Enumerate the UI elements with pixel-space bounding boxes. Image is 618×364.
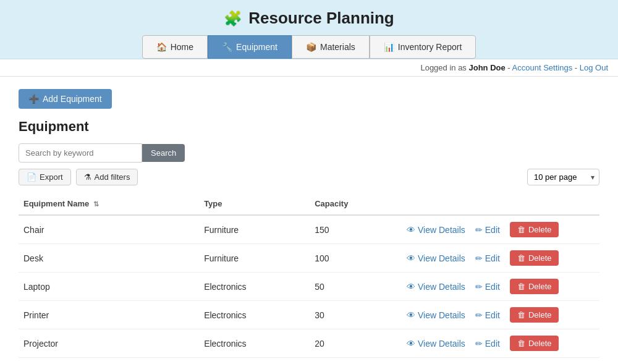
nav-materials-label: Materials <box>320 42 355 52</box>
app-title: 🧩 Resource Planning <box>0 9 618 28</box>
table-row: Projector Electronics 20 👁 View Details … <box>19 329 599 358</box>
export-label: Export <box>40 172 63 182</box>
trash-icon: 🗑 <box>517 339 525 348</box>
edit-link[interactable]: ✏ Edit <box>475 253 500 263</box>
nav-inventory-report[interactable]: 📊 Inventory Report <box>370 35 476 59</box>
toolbar-row: 📄 Export ⚗ Add filters 10 per page 25 pe… <box>19 169 599 185</box>
cell-capacity: 20 <box>310 329 402 358</box>
edit-link[interactable]: ✏ Edit <box>475 310 500 320</box>
table-row: Desk Furniture 100 👁 View Details ✏ Edit… <box>19 244 599 273</box>
view-details-link[interactable]: 👁 View Details <box>407 310 465 320</box>
nav-equipment-label: Equipment <box>236 42 277 52</box>
table-header-row: Equipment Name ⇅ Type Capacity <box>19 193 599 215</box>
edit-icon: ✏ <box>475 225 483 235</box>
main-nav: 🏠 Home 🔧 Equipment 📦 Materials 📊 Invento… <box>0 35 618 59</box>
view-details-link[interactable]: 👁 View Details <box>407 282 465 292</box>
view-details-label: View Details <box>418 253 465 263</box>
equipment-icon: 🔧 <box>222 42 232 52</box>
nav-equipment[interactable]: 🔧 Equipment <box>208 35 292 59</box>
delete-button[interactable]: 🗑 Delete <box>510 307 559 323</box>
eye-icon: 👁 <box>407 253 415 263</box>
edit-icon: ✏ <box>475 253 483 263</box>
sort-icon[interactable]: ⇅ <box>93 200 99 208</box>
cell-actions: 👁 View Details ✏ Edit 🗑 Delete <box>402 301 599 329</box>
log-out-link[interactable]: Log Out <box>580 63 608 72</box>
cell-type: Electronics <box>199 273 310 301</box>
delete-label: Delete <box>528 253 552 263</box>
view-details-label: View Details <box>418 339 465 349</box>
cell-name: Desk <box>19 244 199 273</box>
cell-name: Projector <box>19 329 199 358</box>
cell-actions: 👁 View Details ✏ Edit 🗑 Delete <box>402 273 599 301</box>
delete-label: Delete <box>528 339 552 348</box>
view-details-link[interactable]: 👁 View Details <box>407 253 465 263</box>
equipment-table: Equipment Name ⇅ Type Capacity Chair Fur… <box>19 193 599 358</box>
export-button[interactable]: 📄 Export <box>19 169 71 185</box>
table-row: Laptop Electronics 50 👁 View Details ✏ E… <box>19 273 599 301</box>
delete-button[interactable]: 🗑 Delete <box>510 222 559 237</box>
inventory-report-icon: 📊 <box>384 42 394 52</box>
app-icon: 🧩 <box>224 10 242 27</box>
username: John Doe <box>469 63 506 72</box>
edit-label: Edit <box>485 225 500 235</box>
page-heading: Equipment <box>19 119 599 135</box>
eye-icon: 👁 <box>407 339 415 349</box>
materials-icon: 📦 <box>306 42 316 52</box>
header: 🧩 Resource Planning 🏠 Home 🔧 Equipment 📦… <box>0 0 618 59</box>
col-name: Equipment Name ⇅ <box>19 193 199 215</box>
cell-name: Chair <box>19 215 199 244</box>
delete-label: Delete <box>528 310 552 320</box>
cell-actions: 👁 View Details ✏ Edit 🗑 Delete <box>402 244 599 273</box>
add-filters-button[interactable]: ⚗ Add filters <box>76 169 138 185</box>
toolbar-left: 📄 Export ⚗ Add filters <box>19 169 138 185</box>
edit-icon: ✏ <box>475 310 483 320</box>
cell-actions: 👁 View Details ✏ Edit 🗑 Delete <box>402 329 599 358</box>
cell-type: Furniture <box>199 244 310 273</box>
cell-capacity: 100 <box>310 244 402 273</box>
trash-icon: 🗑 <box>517 310 525 320</box>
trash-icon: 🗑 <box>517 225 525 234</box>
col-name-label: Equipment Name <box>23 199 89 208</box>
edit-label: Edit <box>485 253 500 263</box>
cell-capacity: 30 <box>310 301 402 329</box>
edit-link[interactable]: ✏ Edit <box>475 282 500 292</box>
cell-type: Electronics <box>199 301 310 329</box>
eye-icon: 👁 <box>407 225 415 235</box>
edit-link[interactable]: ✏ Edit <box>475 225 500 235</box>
filter-icon: ⚗ <box>84 172 91 182</box>
cell-type: Furniture <box>199 215 310 244</box>
search-button[interactable]: Search <box>142 144 185 162</box>
edit-icon: ✏ <box>475 339 483 349</box>
edit-icon: ✏ <box>475 282 483 292</box>
delete-label: Delete <box>528 225 552 234</box>
nav-inventory-report-label: Inventory Report <box>398 42 462 52</box>
delete-label: Delete <box>528 282 552 291</box>
cell-capacity: 50 <box>310 273 402 301</box>
col-capacity: Capacity <box>310 193 402 215</box>
view-details-label: View Details <box>418 225 465 235</box>
plus-icon: ➕ <box>28 94 39 104</box>
user-bar: Logged in as John Doe - Account Settings… <box>0 59 618 77</box>
nav-materials[interactable]: 📦 Materials <box>292 35 370 59</box>
add-filters-label: Add filters <box>95 172 130 182</box>
edit-label: Edit <box>485 310 500 320</box>
view-details-link[interactable]: 👁 View Details <box>407 339 465 349</box>
delete-button[interactable]: 🗑 Delete <box>510 336 559 351</box>
nav-home-label: Home <box>171 42 193 52</box>
add-equipment-button[interactable]: ➕ Add Equipment <box>19 89 112 109</box>
nav-home[interactable]: 🏠 Home <box>142 35 208 59</box>
edit-label: Edit <box>485 282 500 292</box>
per-page-select[interactable]: 10 per page 25 per page 50 per page 100 … <box>527 169 599 185</box>
delete-button[interactable]: 🗑 Delete <box>510 250 559 266</box>
edit-link[interactable]: ✏ Edit <box>475 339 500 349</box>
main-content: ➕ Add Equipment Equipment Search 📄 Expor… <box>0 77 618 364</box>
search-row: Search <box>19 143 599 163</box>
col-type: Type <box>199 193 310 215</box>
view-details-link[interactable]: 👁 View Details <box>407 225 465 235</box>
cell-name: Laptop <box>19 273 199 301</box>
delete-button[interactable]: 🗑 Delete <box>510 279 559 294</box>
table-row: Chair Furniture 150 👁 View Details ✏ Edi… <box>19 215 599 244</box>
table-body: Chair Furniture 150 👁 View Details ✏ Edi… <box>19 215 599 358</box>
account-settings-link[interactable]: Account Settings <box>512 63 573 72</box>
search-input[interactable] <box>19 143 142 163</box>
